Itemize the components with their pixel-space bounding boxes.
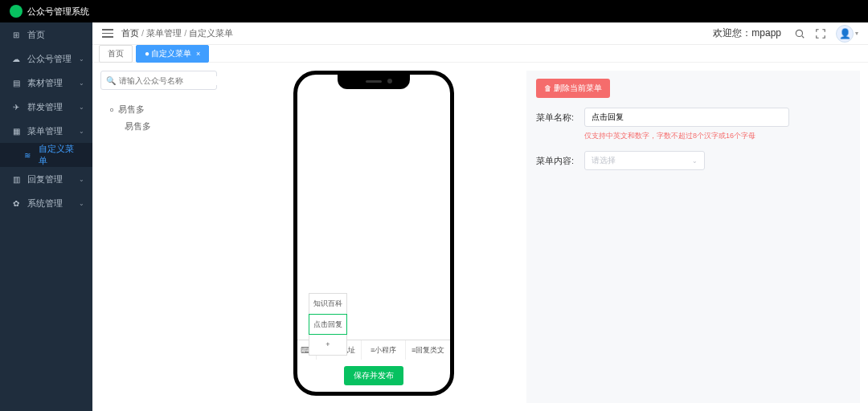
tab-custom-menu[interactable]: ● 自定义菜单 × — [136, 45, 209, 63]
search-input-wrapper[interactable]: 🔍 — [100, 71, 217, 90]
tab-home[interactable]: 首页 — [99, 45, 133, 63]
fullscreen-icon[interactable] — [815, 28, 826, 39]
grid-icon: ▦ — [11, 126, 21, 136]
sidebar-label: 系统管理 — [27, 197, 63, 210]
chevron-down-icon: ⌄ — [79, 79, 84, 87]
sidebar-item-custom-menu[interactable]: ≋ 自定义菜单 — [0, 143, 92, 167]
submenu-item-selected[interactable]: 点击回复 — [309, 314, 347, 335]
close-icon[interactable]: × — [196, 50, 200, 58]
sidebar-item-broadcast[interactable]: ✈ 群发管理 ⌄ — [0, 95, 92, 119]
tree-child[interactable]: 易售多 — [100, 118, 221, 135]
header: 首页 / 菜单管理 / 自定义菜单 欢迎您：mpapp 👤 ▾ — [92, 22, 868, 45]
sidebar-label: 菜单管理 — [27, 125, 63, 137]
sidebar-label: 群发管理 — [27, 101, 63, 113]
sidebar: ⊞ 首页 ☁ 公众号管理 ⌄ ▤ 素材管理 ⌄ ✈ 群发管理 ⌄ ▦ 菜单管理 … — [0, 22, 92, 411]
sidebar-item-material[interactable]: ▤ 素材管理 ⌄ — [0, 71, 92, 95]
chevron-down-icon: ⌄ — [692, 157, 698, 165]
send-icon: ✈ — [11, 102, 21, 112]
menu-form-panel: 删除当前菜单 菜单名称: 仅支持中英文和数字，字数不超过8个汉字或16个字母 菜… — [526, 71, 860, 403]
sidebar-item-home[interactable]: ⊞ 首页 — [0, 22, 92, 47]
cloud-icon: ☁ — [11, 54, 21, 63]
chevron-down-icon[interactable]: ▾ — [855, 30, 858, 37]
breadcrumb-item[interactable]: 菜单管理 — [146, 28, 182, 38]
dashboard-icon: ⊞ — [11, 30, 21, 39]
chevron-down-icon: ⌄ — [79, 55, 84, 63]
submenu-popup: 知识百科 点击回复 + — [309, 293, 347, 356]
logo-icon — [10, 5, 23, 18]
save-publish-button[interactable]: 保存并发布 — [344, 366, 403, 385]
stack-icon: ▤ — [11, 78, 21, 87]
reply-icon: ▥ — [11, 174, 21, 184]
phone-notch — [338, 75, 410, 89]
sidebar-label: 公众号管理 — [27, 53, 72, 65]
sidebar-label: 回复管理 — [27, 173, 63, 185]
welcome-text: 欢迎您：mpapp — [713, 26, 781, 40]
account-tree-panel: 🔍 易售多 易售多 — [100, 71, 221, 403]
name-hint: 仅支持中英文和数字，字数不超过8个汉字或16个字母 — [584, 131, 850, 141]
chevron-down-icon: ⌄ — [79, 104, 84, 111]
submenu-item[interactable]: 知识百科 — [309, 294, 346, 315]
menu-name-input[interactable] — [584, 108, 789, 127]
menu-icon: ≋ — [23, 150, 32, 160]
sidebar-label: 首页 — [27, 29, 45, 41]
sidebar-item-menu[interactable]: ▦ 菜单管理 ⌄ — [0, 119, 92, 143]
svg-point-0 — [796, 30, 802, 36]
menu-cell-2[interactable]: ≡小程序 — [362, 340, 407, 360]
brand-name: 公众号管理系统 — [27, 6, 89, 18]
user-avatar[interactable]: 👤 — [836, 25, 854, 43]
delete-menu-button[interactable]: 删除当前菜单 — [536, 79, 610, 98]
breadcrumb-item[interactable]: 首页 — [121, 28, 139, 38]
add-submenu-button[interactable]: + — [309, 334, 346, 355]
tree-toggle-icon[interactable] — [110, 108, 113, 112]
chevron-down-icon: ⌄ — [79, 200, 84, 207]
name-label: 菜单名称: — [536, 112, 584, 124]
top-bar: 公众号管理系统 — [0, 0, 868, 22]
breadcrumb-item: 自定义菜单 — [189, 28, 233, 38]
menu-content-select[interactable]: 请选择 ⌄ — [584, 151, 705, 170]
sidebar-item-account[interactable]: ☁ 公众号管理 ⌄ — [0, 47, 92, 71]
brand-logo: 公众号管理系统 — [10, 5, 89, 18]
tree-root[interactable]: 易售多 — [100, 101, 221, 118]
menu-cell-3[interactable]: ≡回复类文 — [406, 340, 450, 360]
chevron-down-icon: ⌄ — [79, 128, 84, 135]
collapse-sidebar-button[interactable] — [102, 28, 113, 39]
content-label: 菜单内容: — [536, 155, 584, 167]
gear-icon: ✿ — [11, 198, 21, 208]
breadcrumb: 首页 / 菜单管理 / 自定义菜单 — [121, 27, 233, 39]
sidebar-label: 自定义菜单 — [39, 143, 81, 167]
tabs-bar: 首页 ● 自定义菜单 × — [92, 45, 868, 63]
sidebar-item-system[interactable]: ✿ 系统管理 ⌄ — [0, 191, 92, 215]
search-icon[interactable] — [794, 28, 805, 39]
search-input[interactable] — [119, 76, 221, 85]
chevron-down-icon: ⌄ — [79, 176, 84, 183]
phone-preview: 知识百科 点击回复 + ⌨ ≡百度地址 ≡小程序 ≡回复类文 — [293, 71, 454, 396]
search-icon: 🔍 — [106, 76, 116, 85]
sidebar-item-reply[interactable]: ▥ 回复管理 ⌄ — [0, 167, 92, 191]
sidebar-label: 素材管理 — [27, 77, 63, 89]
